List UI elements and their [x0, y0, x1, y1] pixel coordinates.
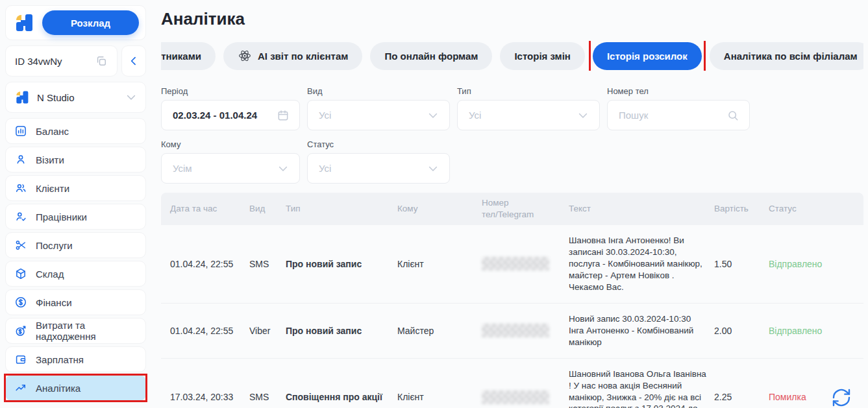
scissors-icon [14, 239, 27, 252]
cell-kind: SMS [249, 258, 286, 270]
filter-label: Вид [307, 86, 450, 96]
filter-period: Період 02.03.24 - 01.04.24 [161, 86, 300, 130]
cell-cost: 2.00 [714, 325, 769, 337]
tab-by-employees[interactable]: ітниками [161, 42, 216, 70]
person-check-icon [14, 210, 27, 223]
tab-change-history[interactable]: Історія змін [500, 42, 584, 70]
chevron-down-icon [427, 109, 440, 122]
sidebar-item-expenses-income[interactable]: Витрати та надходження [5, 318, 146, 344]
filter-period-value: 02.03.24 - 01.04.24 [173, 110, 277, 121]
main-content: Аналітика ітниками AI звіт по клієнтам П… [151, 0, 868, 408]
cell-cost: 1.50 [714, 258, 769, 270]
sidebar-item-label: Аналітика [36, 383, 81, 394]
account-row: ID 34vwNy [5, 45, 146, 77]
filters-row-2: Кому Усім Статус Усі [161, 139, 863, 184]
cell-phone [482, 324, 569, 337]
sidebar-item-salary[interactable]: Зарплатня [5, 346, 146, 372]
cell-datetime: 01.04.24, 22:55 [170, 325, 249, 337]
filter-label: Тип [457, 86, 600, 96]
sidebar-item-label: Склад [36, 269, 64, 280]
tab-online-forms[interactable]: По онлайн формам [370, 42, 492, 70]
cell-text: Новий запис 30.03.2024-10:30 Інга Антоне… [569, 313, 714, 348]
sidebar-item-label: Працівники [36, 211, 87, 222]
cell-recipient: Клієнт [397, 258, 482, 270]
chevron-down-icon [577, 109, 589, 122]
table-header-col-datetime: Дата та час [170, 203, 249, 215]
table-header-col-cost: Вартість [714, 203, 769, 215]
cell-phone [482, 257, 569, 270]
chevron-down-icon [427, 162, 440, 175]
copy-icon[interactable] [95, 54, 108, 67]
status-badge: Помилка [769, 391, 831, 403]
filter-label: Кому [161, 139, 300, 149]
table-body: 01.04.24, 22:55 SMS Про новий запис Кліє… [161, 225, 863, 408]
cell-text: Шановний Іванова Ольга Іванівна ! У нас … [569, 368, 714, 408]
filter-kind-placeholder: Усі [319, 110, 427, 121]
filters-panel: Період 02.03.24 - 01.04.24 Вид Усі Тип У… [161, 86, 863, 184]
cell-datetime: 17.03.24, 20:33 [170, 391, 249, 403]
chart-bars-icon [14, 125, 27, 138]
cell-phone [482, 390, 569, 404]
filter-recipient: Кому Усім [161, 139, 300, 184]
page-title: Аналітика [161, 9, 863, 29]
table-row: 01.04.24, 22:55 Viber Про новий запис Ма… [161, 304, 863, 359]
filter-status-placeholder: Усі [319, 163, 427, 174]
tab-mailing-history[interactable]: Історія розсилок [593, 42, 702, 70]
sidebar-item-balance[interactable]: Баланс [5, 118, 146, 144]
filter-kind: Вид Усі [307, 86, 450, 130]
account-id: ID 34vwNy [15, 56, 95, 67]
filter-status: Статус Усі [307, 139, 450, 184]
person-icon [14, 153, 27, 166]
filter-phone-placeholder: Пошук [619, 110, 726, 121]
cell-type: Сповіщення про акції [286, 391, 397, 403]
table-header-col-type: Тип [286, 203, 397, 215]
sidebar-item-visits[interactable]: Візити [5, 147, 146, 173]
atom-icon [238, 49, 252, 63]
filter-recipient-input[interactable]: Усім [161, 153, 300, 184]
cell-type: Про новий запис [286, 258, 397, 270]
studio-selector[interactable]: N Studio [5, 82, 146, 113]
cell-type: Про новий запис [286, 325, 397, 337]
sidebar-item-clients[interactable]: Клієнти [5, 175, 146, 201]
analytics-tabs: ітниками AI звіт по клієнтам По онлайн ф… [161, 41, 863, 71]
filter-kind-input[interactable]: Усі [307, 100, 450, 130]
tab-ai-client-report[interactable]: AI звіт по клієнтам [223, 42, 362, 70]
cell-text: Шановна Інга Антоненко! Ви записані 30.0… [569, 235, 714, 293]
refresh-icon[interactable] [831, 387, 852, 408]
mailing-history-table: Дата та часВидТипКомуНомер тел/TelegramТ… [161, 193, 863, 408]
cell-recipient: Майстер [397, 325, 482, 337]
cell-datetime: 01.04.24, 22:55 [170, 258, 249, 270]
filter-recipient-placeholder: Усім [173, 163, 277, 174]
calendar-icon [277, 109, 290, 122]
filter-period-input[interactable]: 02.03.24 - 01.04.24 [161, 100, 300, 130]
sidebar-item-label: Витрати та надходження [36, 320, 137, 342]
sidebar-item-analytics[interactable]: Аналітика [5, 375, 146, 401]
cell-action [831, 387, 860, 408]
table-row: 17.03.24, 20:33 SMS Сповіщення про акції… [161, 359, 863, 408]
sidebar-item-warehouse[interactable]: Склад [5, 261, 146, 287]
filter-type-input[interactable]: Усі [457, 100, 600, 130]
tab-label: Історія розсилок [607, 51, 688, 62]
sidebar-collapse-button[interactable] [121, 45, 146, 77]
filter-phone-input[interactable]: Пошук [607, 100, 750, 130]
status-badge: Відправлено [769, 325, 831, 337]
sidebar-item-label: Зарплатня [36, 354, 84, 365]
sidebar-item-employees[interactable]: Працівники [5, 204, 146, 230]
filter-label: Період [161, 86, 300, 96]
sidebar-item-services[interactable]: Послуги [5, 232, 146, 258]
sidebar-item-label: Послуги [36, 240, 73, 251]
sidebar-item-finances[interactable]: Фінанси [5, 289, 146, 315]
cell-recipient: Клієнт [397, 391, 482, 403]
filter-type-placeholder: Усі [469, 110, 577, 121]
filter-status-input[interactable]: Усі [307, 153, 450, 184]
sidebar: Розклад ID 34vwNy [0, 0, 151, 408]
schedule-button[interactable]: Розклад [42, 10, 139, 35]
sidebar-header: Розклад [5, 5, 146, 40]
app-root: Розклад ID 34vwNy [0, 0, 868, 408]
chevron-left-icon [127, 54, 140, 67]
filter-phone: Номер тел Пошук [607, 86, 750, 130]
trend-icon [14, 381, 27, 394]
filter-label: Номер тел [607, 86, 750, 96]
table-header-row: Дата та часВидТипКомуНомер тел/TelegramТ… [161, 193, 863, 225]
tab-all-branches[interactable]: Аналітика по всім філіалам [710, 42, 863, 70]
